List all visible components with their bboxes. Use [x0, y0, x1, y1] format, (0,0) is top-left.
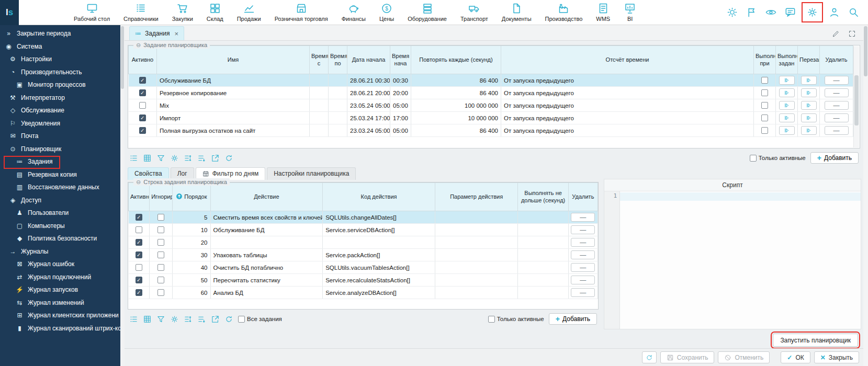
- topbar-item-production[interactable]: Производство: [538, 0, 590, 25]
- sidebar-item-system[interactable]: ◉Система: [0, 40, 120, 53]
- active-checkbox[interactable]: ✓: [136, 251, 142, 258]
- topbar-item-purchases[interactable]: Закупки: [165, 0, 200, 25]
- sidebar-item-client-apps-log[interactable]: ⊞Журнал клиентских приложени: [0, 309, 120, 322]
- column-header-action-param[interactable]: Параметр действия: [435, 183, 518, 211]
- topbar-item-transport[interactable]: Транспорт: [454, 0, 495, 25]
- topbar-item-equipment[interactable]: Оборудование: [401, 0, 454, 25]
- task-row[interactable]: ✓Обслуживание БД28.06.21 00:3000:3086 40…: [129, 74, 853, 87]
- column-header-action[interactable]: Действие: [210, 183, 323, 211]
- run-at-checkbox[interactable]: [761, 127, 768, 134]
- delete-line-button[interactable]: —: [571, 288, 595, 297]
- delete-line-button[interactable]: —: [571, 225, 595, 234]
- only-active-checkbox[interactable]: [750, 155, 757, 162]
- filter-button[interactable]: [156, 315, 165, 324]
- execute-task-button[interactable]: [779, 76, 795, 85]
- search-button[interactable]: [846, 4, 862, 20]
- topbar-item-warehouse[interactable]: Склад: [200, 0, 230, 25]
- tab-close-icon[interactable]: ×: [173, 30, 178, 38]
- sidebar-item-access[interactable]: ◈Доступ: [0, 194, 120, 207]
- execute-task-button[interactable]: [779, 88, 795, 97]
- profile-button[interactable]: [826, 4, 842, 20]
- sidebar-item-settings[interactable]: ⚙Настройки: [0, 53, 120, 66]
- column-header-name[interactable]: Имя: [157, 46, 310, 74]
- ignore-checkbox[interactable]: [157, 239, 164, 246]
- restart-task-button[interactable]: [801, 76, 817, 85]
- only-active-checkbox-label[interactable]: Только активные: [750, 155, 806, 162]
- task-line-row[interactable]: ✓30Упаковать таблицыService.packAction[]…: [129, 249, 598, 261]
- restart-task-button[interactable]: [801, 88, 817, 97]
- restart-task-button[interactable]: [801, 113, 817, 122]
- delete-line-button[interactable]: —: [571, 213, 595, 222]
- columns-button[interactable]: [129, 315, 138, 324]
- toolbar-gear-button[interactable]: [170, 315, 179, 324]
- table-grid-button[interactable]: [143, 154, 152, 163]
- ignore-checkbox[interactable]: [157, 264, 164, 271]
- execute-task-button[interactable]: [779, 113, 795, 122]
- active-checkbox[interactable]: ✓: [139, 77, 146, 84]
- sidebar-item-restore[interactable]: ▥Восстановление данных: [0, 181, 120, 194]
- run-scheduler-button[interactable]: Запустить планировщик: [773, 334, 858, 347]
- sidebar-item-process-monitor[interactable]: ▣Монитор процессов: [0, 78, 120, 92]
- task-line-row[interactable]: ✓60Анализ БДService.analyzeDBAction[]—: [129, 287, 598, 299]
- task-row[interactable]: ✓Импорт25.03.24 17:0017:0010 000 000От з…: [129, 112, 853, 124]
- columns-button[interactable]: [129, 154, 138, 163]
- ok-button[interactable]: ✓ ОК: [781, 351, 810, 363]
- task-line-row[interactable]: 10Обслуживание БДService.serviceDBAction…: [129, 224, 598, 236]
- task-row[interactable]: ✓Полная выгрузка остатков на сайт23.03.2…: [129, 124, 853, 137]
- active-checkbox[interactable]: ✓: [136, 239, 142, 246]
- active-checkbox[interactable]: [139, 102, 146, 109]
- add-task-button[interactable]: + Добавить: [810, 152, 859, 164]
- active-checkbox[interactable]: ✓: [136, 214, 142, 221]
- edit-pencil-icon[interactable]: [832, 30, 840, 38]
- ignore-checkbox[interactable]: [157, 214, 164, 221]
- ignore-checkbox[interactable]: [157, 251, 164, 258]
- sidebar-item-security-policy[interactable]: ◆Политика безопасности: [0, 232, 120, 245]
- page-scrollbar-thumb[interactable]: [864, 26, 867, 76]
- restart-task-button[interactable]: [801, 126, 817, 135]
- sidebar-item-tasks[interactable]: ≔Задания: [0, 155, 120, 168]
- topbar-item-desktop[interactable]: Рабочий стол: [67, 0, 117, 25]
- task-line-row[interactable]: 40Очистить БД потабличноSQLUtils.vacuumT…: [129, 261, 598, 274]
- table-scrollbar[interactable]: [853, 46, 859, 147]
- sidebar-item-mail[interactable]: ✉Почта: [0, 130, 120, 143]
- delete-task-button[interactable]: —: [825, 76, 849, 85]
- ignore-checkbox[interactable]: [157, 289, 164, 296]
- sidebar-item-users[interactable]: ♟Пользователи: [0, 207, 120, 220]
- flat-list-button[interactable]: [197, 154, 206, 163]
- active-checkbox[interactable]: [136, 226, 142, 233]
- topbar-item-documents[interactable]: Документы: [495, 0, 538, 25]
- restart-task-button[interactable]: [801, 101, 817, 110]
- save-button[interactable]: Сохранить: [660, 351, 715, 363]
- column-header-execute[interactable]: Выполнить задан: [776, 46, 798, 74]
- column-header-delete[interactable]: Удалить: [820, 46, 853, 74]
- delete-line-button[interactable]: —: [571, 276, 595, 284]
- task-line-row[interactable]: ✓20—: [129, 236, 598, 249]
- column-header-action-code[interactable]: Код действия: [323, 183, 435, 211]
- active-checkbox[interactable]: ✓: [139, 89, 146, 96]
- delete-line-button[interactable]: —: [571, 250, 595, 259]
- flat-list-button[interactable]: [197, 315, 206, 324]
- task-line-row[interactable]: ✓5Сместить время всех свойств и ключейSQ…: [129, 211, 598, 224]
- ignore-checkbox[interactable]: [157, 226, 164, 233]
- sidebar-item-interpreter[interactable]: ⚒Интерпретатор: [0, 92, 120, 105]
- app-logo[interactable]: ls: [0, 0, 19, 25]
- filter-button[interactable]: [156, 154, 165, 163]
- sidebar-item-journals[interactable]: →Журналы: [0, 245, 120, 258]
- code-area[interactable]: [620, 191, 861, 329]
- toolbar-gear-button[interactable]: [170, 154, 179, 163]
- run-at-checkbox[interactable]: [761, 77, 768, 84]
- column-header-delete[interactable]: Удалить: [568, 183, 598, 211]
- delete-task-button[interactable]: —: [825, 126, 849, 135]
- topbar-item-bi[interactable]: BI: [617, 0, 643, 25]
- refresh-button[interactable]: [224, 154, 233, 163]
- topbar-item-finance[interactable]: Финансы: [335, 0, 373, 25]
- delete-task-button[interactable]: —: [825, 113, 849, 122]
- run-at-checkbox[interactable]: [761, 89, 768, 96]
- delete-line-button[interactable]: —: [571, 263, 595, 272]
- sidebar-item-notifications[interactable]: ⚐Уведомления: [0, 117, 120, 130]
- eye-button[interactable]: [763, 4, 779, 20]
- column-header-max-duration[interactable]: Выполнять не дольше (секунд): [518, 183, 568, 211]
- sidebar-item-launch-log[interactable]: ⚡Журнал запусков: [0, 283, 120, 296]
- all-tasks-checkbox-label[interactable]: Все задания: [238, 316, 282, 323]
- close-button[interactable]: ✕ Закрыть: [814, 351, 859, 363]
